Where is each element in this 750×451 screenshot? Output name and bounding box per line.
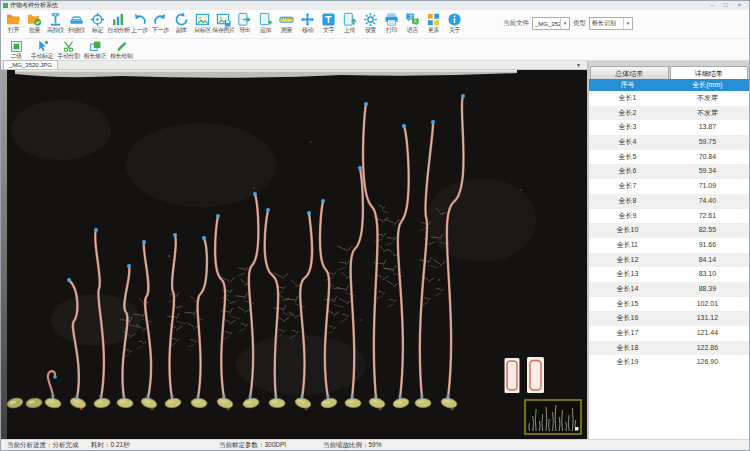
toolbar-text-button[interactable]: 文字: [318, 10, 339, 34]
toolbar-button-label: 扫描仪: [68, 27, 85, 34]
toolbar-button-label: 下一步: [152, 27, 169, 34]
table-row[interactable]: 全长874.40: [589, 194, 749, 209]
toolbar-prev-step-button[interactable]: 上一步: [129, 10, 150, 34]
row-value: 102.01: [666, 297, 749, 312]
toolbar-button-label: 更多: [428, 27, 439, 34]
table-row[interactable]: 全长15102.01: [589, 297, 749, 312]
refresh-icon: [174, 12, 189, 27]
status-item: 当前分析进度：分析完成: [7, 440, 79, 450]
row-value: 126.90: [666, 355, 749, 370]
toolbar-button-label: 根长绘制: [110, 53, 132, 60]
toolbar-about-button[interactable]: 关于: [444, 10, 465, 34]
status-item: 耗时：0.21秒: [91, 440, 130, 450]
toolbar-save-image-button[interactable]: 保存图片: [213, 10, 234, 34]
row-value: 121.44: [666, 326, 749, 341]
row-seq: 全长13: [589, 267, 666, 282]
toolbar-measure-button[interactable]: 测量: [276, 10, 297, 34]
specimen-image-canvas[interactable]: [1, 70, 587, 439]
results-tab-overall[interactable]: 总体结果: [590, 66, 669, 79]
row-value: 不发芽: [666, 91, 749, 106]
overlap-squares-icon: [89, 40, 102, 53]
toolbar-batch-button[interactable]: 批量: [24, 10, 45, 34]
pencil-icon: [115, 40, 128, 53]
table-row[interactable]: 全长1488.39: [589, 282, 749, 297]
toolbar-duplicate-button[interactable]: 副本: [171, 10, 192, 34]
row-value: 不发芽: [666, 106, 749, 121]
toolbar-settings-button[interactable]: 设置: [360, 10, 381, 34]
toolbar-doc-camera-button[interactable]: 高拍仪: [45, 10, 66, 34]
row-seq: 全长1: [589, 91, 666, 106]
doc-export-icon: [237, 12, 252, 27]
table-row[interactable]: 全长459.75: [589, 135, 749, 150]
row-seq: 全长6: [589, 164, 666, 179]
app-window: 作物考种分析系统 – □ × 打开批量高拍仪扫描仪标定自动分析上一步下一步副本目…: [0, 0, 750, 451]
status-item: 当前标定参数：300DPI: [219, 440, 286, 450]
table-row[interactable]: 全长313.87: [589, 120, 749, 135]
maximize-button[interactable]: □: [724, 1, 728, 10]
toolbar-language-button[interactable]: 文A语言: [402, 10, 423, 34]
chevron-down-icon: ▾: [623, 18, 632, 29]
row-value: 84.14: [666, 253, 749, 268]
row-value: 71.09: [666, 179, 749, 194]
folder-batch-icon: [27, 12, 42, 27]
table-row[interactable]: 全长19126.90: [589, 355, 749, 370]
row-value: 82.55: [666, 223, 749, 238]
toolbar-print-button[interactable]: 打印: [381, 10, 402, 34]
table-row[interactable]: 全长1082.55: [589, 223, 749, 238]
table-row[interactable]: 全长1284.14: [589, 253, 749, 268]
row-seq: 全长9: [589, 209, 666, 224]
table-row[interactable]: 全长2不发芽: [589, 106, 749, 121]
row-seq: 全长16: [589, 311, 666, 326]
table-row[interactable]: 全长17121.44: [589, 326, 749, 341]
toolbar-append-button[interactable]: 追加: [255, 10, 276, 34]
toolbar-open-button[interactable]: 打开: [3, 10, 24, 34]
toolbar-length-draw-button[interactable]: 根长绘制: [108, 39, 134, 60]
table-row[interactable]: 全长18122.86: [589, 341, 749, 356]
minimize-button[interactable]: –: [711, 1, 714, 10]
toolbar-length-correct-button[interactable]: 根长修正: [82, 39, 108, 60]
table-row[interactable]: 全长659.34: [589, 164, 749, 179]
toolbar-more-button[interactable]: 更多: [423, 10, 444, 34]
row-seq: 全长15: [589, 297, 666, 312]
table-row[interactable]: 全长1383.10: [589, 267, 749, 282]
doc-upload-icon: [342, 12, 357, 27]
toolbar-manual-calibrate-button[interactable]: 手动标定: [29, 39, 55, 60]
row-seq: 全长3: [589, 120, 666, 135]
main-toolbar: 打开批量高拍仪扫描仪标定自动分析上一步下一步副本目标区保存图片导出追加测量移动文…: [1, 10, 749, 39]
toolbar-target-area-button[interactable]: 目标区: [192, 10, 213, 34]
document-tabstrip: _MG_3520.JPG ▼: [1, 61, 587, 70]
toolbar-auto-analyze-button[interactable]: 自动分析: [108, 10, 129, 34]
row-value: 83.10: [666, 267, 749, 282]
table-row[interactable]: 全长16131.12: [589, 311, 749, 326]
table-row[interactable]: 全长972.61: [589, 209, 749, 224]
row-value: 13.87: [666, 120, 749, 135]
toolbar-button-label: 上一步: [131, 27, 148, 34]
info-circle-icon: [447, 12, 462, 27]
toolbar-export-button[interactable]: 导出: [234, 10, 255, 34]
close-button[interactable]: ×: [737, 1, 741, 10]
specimen-photo[interactable]: [1, 70, 587, 439]
toolbar-scanner-button[interactable]: 扫描仪: [66, 10, 87, 34]
current-file-select[interactable]: _MG_3520 ▾: [532, 17, 570, 30]
row-seq: 全长19: [589, 355, 666, 370]
results-tab-detailed[interactable]: 详细结果: [670, 66, 749, 79]
table-header: 序号 全长(mm): [589, 79, 749, 91]
toolbar-move-button[interactable]: 移动: [297, 10, 318, 34]
document-tab[interactable]: _MG_3520.JPG: [3, 60, 58, 69]
toolbar-calibrate-button[interactable]: 标定: [87, 10, 108, 34]
toolbar-button-label: 打印: [386, 27, 397, 34]
toolbar-next-step-button[interactable]: 下一步: [150, 10, 171, 34]
toolbar-binary-button[interactable]: 二值: [3, 39, 29, 60]
doc-plus-icon: [258, 12, 273, 27]
toolbar-manual-split-button[interactable]: 手动分割: [55, 39, 81, 60]
tab-list-dropdown-icon[interactable]: ▼: [576, 62, 581, 68]
type-select[interactable]: 根长识别 ▾: [589, 17, 633, 30]
toolbar-upload-button[interactable]: 上传: [339, 10, 360, 34]
table-row[interactable]: 全长570.84: [589, 150, 749, 165]
table-row[interactable]: 全长1不发芽: [589, 91, 749, 106]
table-row[interactable]: 全长1191.66: [589, 238, 749, 253]
translate-icon: 文A: [405, 12, 420, 27]
printer-icon: [384, 12, 399, 27]
row-seq: 全长8: [589, 194, 666, 209]
table-row[interactable]: 全长771.09: [589, 179, 749, 194]
